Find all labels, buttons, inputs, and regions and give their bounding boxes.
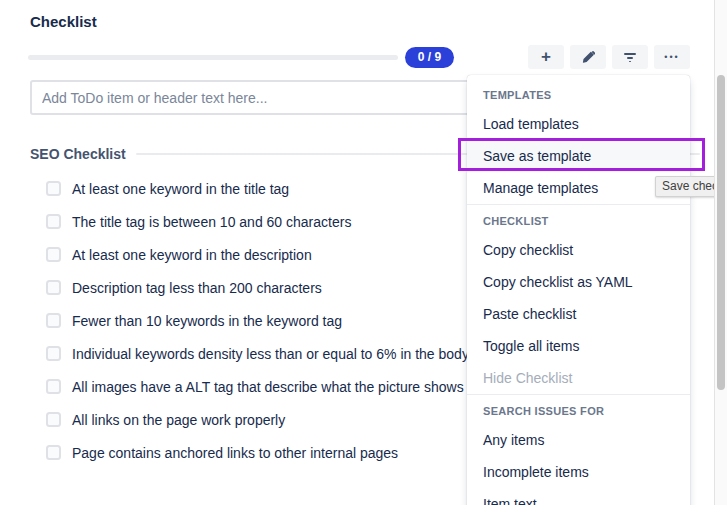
todo-checkbox[interactable]	[46, 412, 61, 427]
todo-label: At least one keyword in the description	[72, 247, 312, 263]
todo-checkbox[interactable]	[46, 445, 61, 460]
todo-label: All links on the page work properly	[72, 412, 285, 428]
todo-label: Individual keywords density less than or…	[72, 346, 469, 362]
todo-label: Description tag less than 200 characters	[72, 280, 322, 296]
progress-bar	[28, 55, 398, 60]
plus-icon: +	[541, 48, 551, 65]
ellipsis-icon: •••	[664, 53, 679, 62]
todo-label: All images have a ALT tag that describe …	[72, 379, 464, 395]
todo-label: At least one keyword in the title tag	[72, 181, 289, 197]
menu-section-header-search: SEARCH ISSUES FOR	[467, 394, 690, 424]
progress-row: 0 / 9 + •••	[28, 45, 690, 69]
todo-checkbox[interactable]	[46, 247, 61, 262]
menu-item-incomplete-items[interactable]: Incomplete items	[467, 456, 690, 488]
todo-checkbox[interactable]	[46, 214, 61, 229]
section-title: SEO Checklist	[30, 146, 126, 162]
add-item-button[interactable]: +	[528, 45, 564, 69]
menu-item-load-templates[interactable]: Load templates	[467, 108, 690, 140]
menu-item-hide-checklist: Hide Checklist	[467, 362, 690, 394]
menu-section-header-templates: TEMPLATES	[467, 75, 690, 108]
menu-item-copy-checklist[interactable]: Copy checklist	[467, 234, 690, 266]
todo-checkbox[interactable]	[46, 181, 61, 196]
todo-checkbox[interactable]	[46, 379, 61, 394]
menu-item-copy-checklist-yaml[interactable]: Copy checklist as YAML	[467, 266, 690, 298]
filter-icon	[623, 52, 637, 62]
progress-badge: 0 / 9	[405, 47, 454, 68]
menu-item-any-items[interactable]: Any items	[467, 424, 690, 456]
vertical-scrollbar[interactable]	[714, 0, 727, 505]
menu-section-header-checklist: CHECKLIST	[467, 204, 690, 234]
checklist-panel: Checklist 0 / 9 + ••• SEO Checkl	[0, 0, 727, 505]
todo-label: The title tag is between 10 and 60 chara…	[72, 214, 351, 230]
page-title: Checklist	[30, 13, 97, 30]
toolbar: + •••	[528, 45, 690, 69]
more-actions-menu: TEMPLATES Load templates Save as templat…	[467, 75, 690, 505]
todo-label: Page contains anchored links to other in…	[72, 445, 398, 461]
filter-button[interactable]	[612, 45, 648, 69]
edit-button[interactable]	[570, 45, 606, 69]
todo-checkbox[interactable]	[46, 346, 61, 361]
scrollbar-thumb[interactable]	[717, 75, 725, 390]
more-button[interactable]: •••	[654, 45, 690, 69]
menu-item-save-as-template[interactable]: Save as template	[467, 140, 690, 172]
todo-checkbox[interactable]	[46, 313, 61, 328]
pencil-icon	[582, 51, 595, 64]
todo-label: Fewer than 10 keywords in the keyword ta…	[72, 313, 342, 329]
todo-checkbox[interactable]	[46, 280, 61, 295]
menu-item-toggle-all-items[interactable]: Toggle all items	[467, 330, 690, 362]
menu-item-paste-checklist[interactable]: Paste checklist	[467, 298, 690, 330]
menu-item-item-text[interactable]: Item text	[467, 488, 690, 505]
